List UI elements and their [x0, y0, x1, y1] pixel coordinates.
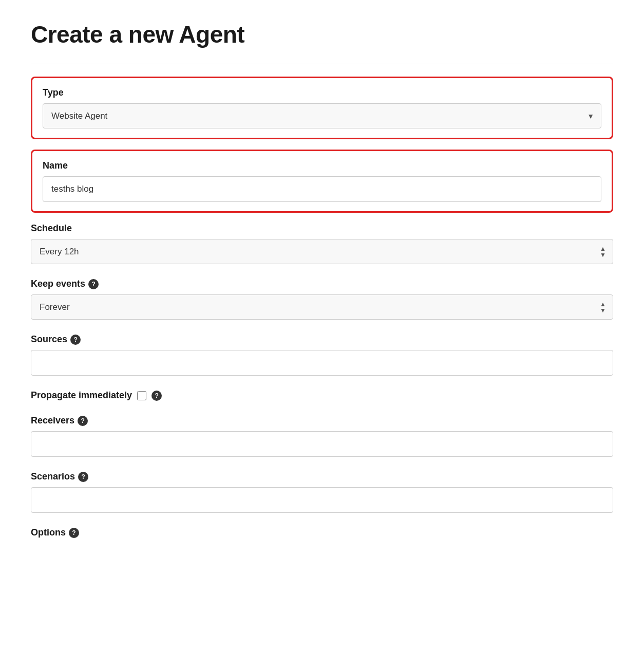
propagate-row: Propagate immediately ?: [31, 390, 613, 401]
name-label: Name: [43, 160, 601, 171]
keep-events-section: Keep events ? Forever1 day7 days30 days9…: [31, 279, 613, 320]
propagate-checkbox[interactable]: [137, 391, 146, 400]
propagate-section: Propagate immediately ?: [31, 390, 613, 401]
receivers-help-icon[interactable]: ?: [78, 416, 88, 426]
schedule-select-wrapper: Every 12hEvery 1hEvery 2hEvery 6hEvery 2…: [31, 239, 613, 264]
type-select[interactable]: Website AgentEvent Formatting AgentHTTP …: [43, 103, 601, 128]
scenarios-section: Scenarios ?: [31, 471, 613, 513]
propagate-help-icon[interactable]: ?: [151, 391, 162, 401]
keep-events-select[interactable]: Forever1 day7 days30 days90 days180 days…: [31, 294, 613, 320]
type-section: Type Website AgentEvent Formatting Agent…: [31, 77, 613, 139]
sources-help-icon[interactable]: ?: [70, 335, 81, 345]
options-help-icon[interactable]: ?: [69, 528, 79, 538]
schedule-section: Schedule Every 12hEvery 1hEvery 2hEvery …: [31, 223, 613, 264]
keep-events-help-icon[interactable]: ?: [88, 279, 99, 289]
receivers-label: Receivers ?: [31, 415, 613, 426]
propagate-label: Propagate immediately: [31, 390, 132, 401]
page-title: Create a new Agent: [31, 21, 613, 48]
sources-section: Sources ?: [31, 334, 613, 376]
receivers-input[interactable]: [31, 431, 613, 457]
options-section: Options ?: [31, 527, 613, 538]
type-label: Type: [43, 87, 601, 98]
options-label: Options ?: [31, 527, 613, 538]
name-input[interactable]: [43, 176, 601, 202]
schedule-label: Schedule: [31, 223, 613, 234]
sources-input[interactable]: [31, 350, 613, 376]
sources-label: Sources ?: [31, 334, 613, 345]
receivers-section: Receivers ?: [31, 415, 613, 457]
schedule-select[interactable]: Every 12hEvery 1hEvery 2hEvery 6hEvery 2…: [31, 239, 613, 264]
scenarios-help-icon[interactable]: ?: [78, 472, 88, 482]
name-section: Name: [31, 150, 613, 213]
scenarios-label: Scenarios ?: [31, 471, 613, 482]
keep-events-select-wrapper: Forever1 day7 days30 days90 days180 days…: [31, 294, 613, 320]
keep-events-label: Keep events ?: [31, 279, 613, 289]
section-divider: [31, 64, 613, 64]
type-select-wrapper: Website AgentEvent Formatting AgentHTTP …: [43, 103, 601, 128]
scenarios-input[interactable]: [31, 487, 613, 513]
